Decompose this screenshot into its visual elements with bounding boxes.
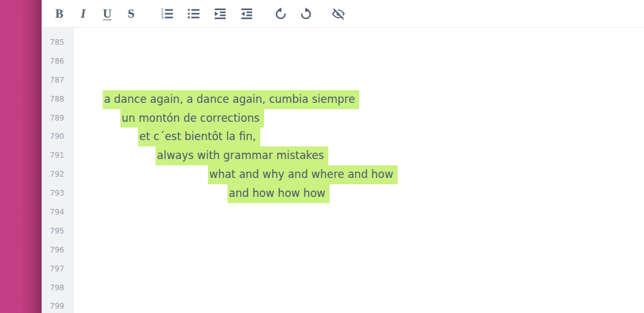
line-number: 796	[42, 241, 74, 260]
line-text	[74, 52, 644, 71]
redo-icon	[299, 6, 313, 21]
indent-button[interactable]	[210, 4, 229, 23]
eye-slash-icon	[331, 6, 346, 21]
ordered-list-icon: 1 2 3	[160, 6, 175, 21]
highlighted-text: et c´est bientôt la fin,	[138, 127, 260, 146]
line-text	[74, 203, 644, 222]
formatting-toolbar: B I U S 1 2 3	[42, 0, 644, 28]
line-number: 794	[42, 203, 74, 222]
line-text: a dance again, a dance again, cumbia sie…	[74, 90, 644, 109]
highlighted-text: un montón de corrections	[120, 109, 264, 128]
line-number: 799	[42, 297, 74, 313]
indent-icon	[213, 6, 227, 21]
line-text: et c´est bientôt la fin,	[74, 127, 644, 146]
outdent-button[interactable]	[237, 4, 256, 23]
highlighted-text: and how how how	[227, 184, 330, 203]
line-text	[74, 260, 644, 279]
highlighted-text: always with grammar mistakes	[156, 146, 328, 165]
line-text	[74, 33, 644, 52]
highlighted-text: a dance again, a dance again, cumbia sie…	[103, 90, 359, 109]
line-number: 786	[42, 52, 74, 71]
bold-button[interactable]: B	[51, 4, 67, 23]
left-accent-bar	[0, 0, 42, 313]
line-text: un montón de corrections	[74, 109, 644, 128]
italic-button[interactable]: I	[75, 4, 91, 23]
editor-line[interactable]: 791always with grammar mistakes	[42, 146, 644, 165]
bold-icon: B	[55, 8, 64, 20]
redo-button[interactable]	[297, 4, 314, 23]
highlighted-text: what and why and where and how	[208, 165, 398, 184]
strikethrough-button[interactable]: S	[123, 4, 139, 23]
undo-icon	[273, 6, 288, 21]
outdent-icon	[239, 6, 254, 21]
underline-button[interactable]: U	[99, 4, 115, 23]
line-text	[74, 241, 644, 260]
editor-line[interactable]: 796	[42, 241, 644, 260]
strikethrough-icon: S	[128, 8, 135, 20]
editor-line[interactable]: 793and how how how	[42, 184, 644, 203]
hide-highlights-button[interactable]	[330, 4, 347, 23]
editor-line[interactable]: 787	[42, 71, 644, 90]
editor-line[interactable]: 789un montón de corrections	[42, 109, 644, 128]
line-number: 797	[42, 260, 74, 279]
editor-line[interactable]: 792what and why and where and how	[42, 165, 644, 184]
line-text: and how how how	[74, 184, 644, 203]
line-number: 792	[42, 165, 74, 184]
svg-text:3: 3	[161, 15, 163, 20]
line-number: 793	[42, 184, 74, 203]
line-number: 790	[42, 127, 74, 146]
line-text	[74, 71, 644, 90]
editor-line[interactable]: 795	[42, 222, 644, 241]
editor-line[interactable]: 797	[42, 260, 644, 279]
italic-icon: I	[81, 8, 85, 20]
line-number: 788	[42, 90, 74, 109]
line-text	[74, 297, 644, 313]
line-text	[74, 222, 644, 241]
text-editor-window: B I U S 1 2 3	[0, 0, 644, 313]
editor-line[interactable]: 794	[42, 203, 644, 222]
line-rows: 785786787788a dance again, a dance again…	[42, 33, 644, 313]
editor-panel: B I U S 1 2 3	[42, 0, 644, 313]
line-number: 791	[42, 146, 74, 165]
unordered-list-icon	[187, 6, 201, 21]
underline-icon: U	[103, 8, 112, 20]
line-text: what and why and where and how	[74, 165, 644, 184]
line-number: 785	[42, 33, 74, 52]
editor-area[interactable]: 785786787788a dance again, a dance again…	[42, 28, 644, 313]
line-number: 795	[42, 222, 74, 241]
undo-button[interactable]	[272, 4, 289, 23]
editor-line[interactable]: 788a dance again, a dance again, cumbia …	[42, 90, 644, 109]
line-number: 789	[42, 109, 74, 128]
editor-line[interactable]: 790et c´est bientôt la fin,	[42, 127, 644, 146]
editor-line[interactable]: 786	[42, 52, 644, 71]
editor-line[interactable]: 798	[42, 279, 644, 298]
line-number: 787	[42, 71, 74, 90]
unordered-list-button[interactable]	[184, 4, 203, 23]
editor-line[interactable]: 799	[42, 297, 644, 313]
line-text: always with grammar mistakes	[74, 146, 644, 165]
line-text	[74, 279, 644, 298]
ordered-list-button[interactable]: 1 2 3	[158, 4, 176, 23]
editor-line[interactable]: 785	[42, 33, 644, 52]
line-number: 798	[42, 279, 74, 298]
